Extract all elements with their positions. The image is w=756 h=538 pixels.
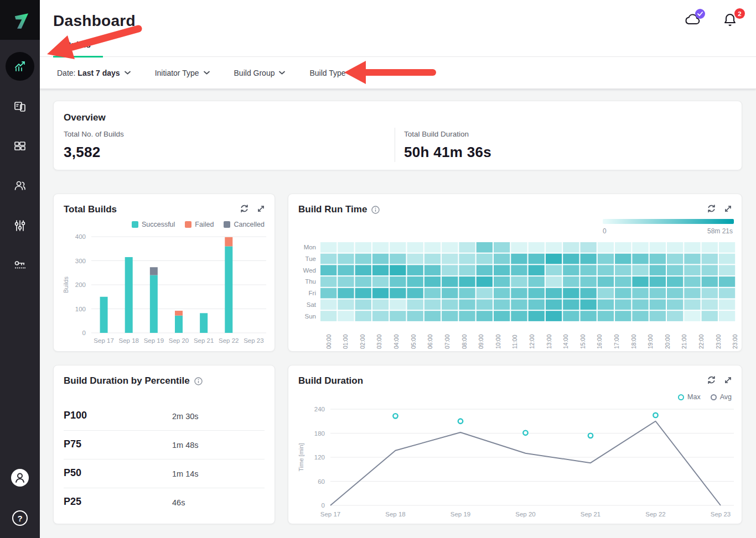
svg-text:Sep 21: Sep 21: [581, 511, 600, 518]
svg-text:Sep 20: Sep 20: [169, 337, 189, 344]
total-builds-card: Total Builds SuccessfulFailedCancelled 0…: [53, 194, 275, 352]
filter-label: Build Group: [234, 69, 275, 77]
svg-text:13:00: 13:00: [546, 335, 552, 349]
svg-text:Sep 19: Sep 19: [451, 511, 470, 518]
check-icon: [697, 12, 703, 16]
sidebar-item-insights[interactable]: [6, 52, 34, 81]
svg-text:Wed: Wed: [303, 267, 316, 274]
svg-text:05:00: 05:00: [410, 335, 417, 349]
filter-initiator-type[interactable]: Initiator Type: [155, 69, 210, 77]
svg-text:19:00: 19:00: [647, 335, 654, 349]
filter-build-type[interactable]: Build Type: [309, 69, 356, 77]
svg-text:Sep 23: Sep 23: [711, 511, 731, 518]
svg-text:18:00: 18:00: [630, 335, 637, 349]
sidebar: ?: [0, 0, 40, 538]
svg-text:Fri: Fri: [309, 290, 316, 296]
stat-value: 50h 41m 36s: [404, 144, 491, 161]
dashboards-icon: [13, 139, 27, 153]
svg-text:60: 60: [318, 478, 325, 485]
svg-text:Sep 23: Sep 23: [244, 337, 263, 344]
svg-text:240: 240: [314, 406, 325, 412]
percentile-title: Build Duration by Percentile: [64, 375, 190, 386]
tab-bar: Builds: [40, 40, 756, 57]
build-run-time-heatmap: MonTueWedThuFriSatSun00:0001:0002:0003:0…: [288, 194, 743, 352]
apps-devices-icon: [13, 100, 27, 114]
sidebar-item-settings[interactable]: [0, 210, 40, 241]
app-logo[interactable]: [0, 0, 40, 40]
svg-text:06:00: 06:00: [427, 335, 433, 349]
sidebar-help[interactable]: ?: [0, 509, 40, 527]
filter-label: Build Type: [309, 69, 345, 77]
chevron-down-icon: [125, 71, 131, 75]
stat-total-duration: Total Build Duration 50h 41m 36s: [404, 130, 491, 161]
svg-text:Sep 17: Sep 17: [94, 337, 113, 344]
cloud-sync-button[interactable]: [684, 12, 702, 30]
page-title: Dashboard: [53, 12, 136, 30]
svg-text:120: 120: [314, 454, 325, 461]
svg-text:Sep 17: Sep 17: [320, 511, 340, 518]
sidebar-item-dashboards[interactable]: [0, 130, 40, 161]
build-run-time-card: Build Run Time 0 58m 21s MonTueWedThuFri…: [288, 194, 742, 352]
svg-text:15:00: 15:00: [579, 335, 586, 349]
svg-text:23:00: 23:00: [715, 335, 722, 349]
svg-text:09:00: 09:00: [478, 335, 484, 349]
svg-text:08:00: 08:00: [461, 335, 468, 349]
percentile-row-p100: P100 2m 30s: [64, 402, 265, 431]
svg-text:Sep 18: Sep 18: [385, 511, 405, 518]
svg-text:Sep 21: Sep 21: [194, 337, 214, 344]
filter-build-group[interactable]: Build Group: [234, 69, 286, 77]
notification-count-badge: 2: [734, 8, 745, 19]
logo-7-icon: [9, 9, 31, 31]
cloud-status-badge: [695, 9, 705, 19]
percentile-value: 2m 30s: [172, 412, 199, 421]
stat-total-builds: Total No. of Builds 3,582: [64, 130, 124, 161]
sidebar-item-apps[interactable]: [0, 91, 40, 122]
sidebar-item-api-keys[interactable]: [0, 249, 40, 280]
svg-text:00:00: 00:00: [325, 335, 332, 349]
percentile-value: 46s: [172, 498, 185, 507]
sidebar-item-users[interactable]: [0, 170, 40, 201]
build-duration-chart: 060120180240Time [min]Sep 17Sep 18Sep 19…: [288, 365, 743, 525]
svg-text:Sep 18: Sep 18: [118, 337, 138, 344]
filter-date[interactable]: Date: Last 7 days: [57, 69, 131, 77]
svg-text:23:00: 23:00: [732, 335, 738, 349]
users-icon: [13, 179, 27, 193]
svg-text:Sep 19: Sep 19: [144, 337, 164, 344]
svg-text:200: 200: [75, 281, 86, 288]
stat-label: Total No. of Builds: [64, 130, 124, 138]
percentile-name: P75: [64, 438, 81, 450]
svg-text:Sep 22: Sep 22: [219, 337, 239, 344]
svg-text:Mon: Mon: [304, 244, 316, 250]
stat-value: 3,582: [64, 144, 124, 161]
svg-text:14:00: 14:00: [562, 335, 569, 349]
overview-card: Overview Total No. of Builds 3,582 Total…: [53, 101, 742, 170]
api-key-icon: [13, 258, 27, 272]
tab-builds[interactable]: Builds: [53, 40, 103, 56]
percentile-value: 1m 14s: [172, 469, 199, 478]
svg-text:03:00: 03:00: [376, 335, 382, 349]
percentile-name: P50: [64, 467, 81, 479]
info-icon[interactable]: [194, 377, 203, 385]
svg-text:11:00: 11:00: [511, 335, 518, 349]
settings-sliders-icon: [13, 218, 27, 233]
svg-text:Builds: Builds: [63, 276, 69, 293]
tab-builds-label: Builds: [65, 40, 91, 49]
notifications-button[interactable]: 2: [723, 12, 741, 30]
svg-text:300: 300: [75, 258, 86, 264]
sidebar-user-avatar[interactable]: [0, 468, 40, 488]
svg-text:Time [min]: Time [min]: [298, 443, 304, 472]
chevron-down-icon: [204, 71, 210, 75]
chevron-down-icon: [350, 71, 356, 75]
avatar-icon: [10, 468, 30, 488]
percentile-value: 1m 48s: [172, 441, 199, 450]
percentile-row-p50: P50 1m 14s: [64, 459, 265, 488]
svg-text:17:00: 17:00: [613, 335, 620, 349]
filter-label: Initiator Type: [155, 69, 199, 77]
svg-text:Tue: Tue: [305, 255, 316, 262]
svg-text:180: 180: [314, 430, 325, 437]
percentile-row-p75: P75 1m 48s: [64, 431, 265, 459]
chevron-down-icon: [279, 71, 285, 75]
svg-text:Sep 22: Sep 22: [645, 511, 665, 518]
svg-text:?: ?: [17, 514, 22, 523]
svg-text:Sat: Sat: [307, 301, 317, 308]
